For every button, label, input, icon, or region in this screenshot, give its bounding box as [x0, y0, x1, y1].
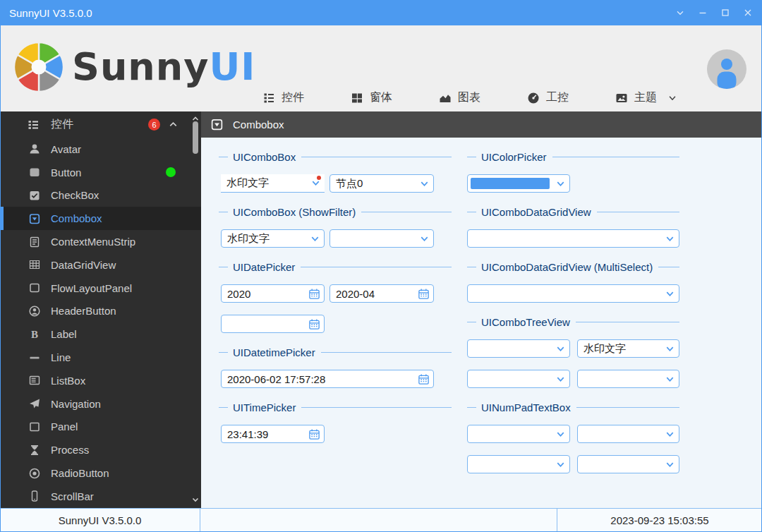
datepicker-empty[interactable]	[221, 315, 325, 333]
chevron-down-icon	[665, 234, 675, 244]
timepicker-input[interactable]	[227, 428, 308, 440]
chevron-down-icon	[419, 234, 430, 244]
scroll-down-icon[interactable]	[191, 494, 200, 507]
page-title: Combobox	[233, 119, 284, 131]
numpad-textbox-1[interactable]	[467, 425, 570, 443]
sidebar-item-contextmenustrip[interactable]: ContextMenuStrip	[0, 230, 201, 253]
sidebar-item-button[interactable]: Button	[0, 161, 201, 184]
sidebar-item-radiobutton[interactable]: RadioButton	[0, 461, 201, 485]
flow-panel-icon	[28, 282, 41, 294]
combotreeview-dropdown-1[interactable]	[467, 339, 570, 358]
scrollbar-thumb[interactable]	[193, 121, 198, 154]
nav-tab-forms[interactable]: 窗体	[351, 90, 392, 105]
minimize-icon[interactable]	[696, 6, 710, 20]
sidebar-item-scrollbar[interactable]: ScrollBar	[0, 485, 201, 508]
sidebar-item-listbox[interactable]: ListBox	[0, 369, 201, 392]
calendar-icon[interactable]	[308, 288, 320, 300]
status-dot-green	[166, 167, 176, 177]
datepicker-month-input[interactable]	[336, 288, 418, 300]
sidebar-scrollbar[interactable]	[190, 111, 200, 508]
sidebar-item-line[interactable]: Line	[0, 346, 201, 369]
sidebar-item-combobox[interactable]: Combobox	[0, 207, 201, 230]
sidebar-item-navigation[interactable]: Navigation	[0, 392, 201, 416]
sidebar-item-headerbutton[interactable]: HeaderButton	[0, 300, 201, 323]
paper-plane-icon	[28, 397, 41, 410]
sidebar-item-process[interactable]: Process	[0, 438, 201, 461]
combobox-icon	[28, 212, 41, 225]
sidebar-header[interactable]: 控件 6	[0, 111, 201, 138]
sidebar-item-label: Process	[51, 444, 89, 456]
datetimepicker-input[interactable]	[227, 373, 418, 385]
datepicker-year[interactable]	[221, 284, 325, 303]
sidebar: 控件 6 Avatar Button CheckBox Combobox Con…	[0, 111, 201, 508]
window-title: SunnyUI V3.5.0.0	[9, 7, 92, 19]
chevron-down-icon	[555, 374, 566, 385]
combo-placeholder: 水印文字	[583, 342, 665, 356]
checkbox-icon	[28, 189, 41, 202]
calendar-icon[interactable]	[308, 318, 320, 330]
datepicker-month[interactable]	[329, 284, 434, 303]
timepicker[interactable]	[221, 425, 325, 443]
group-title-uinumpadtextbox: UINumPadTextBox	[467, 401, 679, 413]
group-title-showfilter: UIComboBox (ShowFilter)	[219, 205, 452, 218]
nav-label: 工控	[546, 90, 569, 105]
sidebar-item-panel[interactable]: Panel	[0, 416, 201, 439]
showfilter-empty-dropdown[interactable]	[329, 229, 434, 248]
chevron-up-icon[interactable]	[168, 119, 179, 133]
sidebar-item-avatar[interactable]: Avatar	[0, 138, 201, 161]
sidebar-item-label: Label	[51, 328, 77, 340]
datepicker-year-input[interactable]	[227, 288, 308, 300]
group-title-text: UIDatetimePicker	[233, 346, 321, 358]
combotreeview-dropdown-4[interactable]	[577, 370, 679, 388]
numpad-textbox-4[interactable]	[577, 455, 679, 473]
nav-tab-charts[interactable]: 图表	[439, 90, 480, 105]
group-title-text: UIComboTreeView	[481, 316, 576, 328]
sidebar-item-label: CheckBox	[51, 189, 99, 201]
sidebar-item-label: Line	[51, 351, 71, 363]
notify-dot	[317, 176, 321, 180]
sidebar-item-label: HeaderButton	[51, 305, 116, 317]
chevron-down-icon	[555, 344, 566, 354]
sidebar-item-label-demo[interactable]: B Label	[0, 322, 201, 346]
showfilter-watermark-dropdown[interactable]: 水印文字	[221, 229, 325, 248]
user-avatar[interactable]	[707, 49, 746, 92]
chevron-down-icon	[665, 374, 675, 385]
datetimepicker[interactable]	[221, 370, 434, 388]
calendar-icon[interactable]	[308, 428, 320, 440]
titlebar: SunnyUI V3.5.0.0	[0, 0, 762, 25]
group-title-text: UIComboBox	[233, 151, 301, 163]
chevron-down-icon	[555, 459, 566, 470]
nav-tab-controls[interactable]: 控件	[262, 90, 304, 105]
group-title-text: UIComboBox (ShowFilter)	[233, 206, 361, 218]
chevron-down-icon[interactable]	[673, 6, 687, 20]
chevron-down-icon	[555, 429, 566, 440]
sidebar-item-flowlayoutpanel[interactable]: FlowLayoutPanel	[0, 277, 201, 300]
chevron-down-icon	[667, 93, 677, 103]
colorpicker-dropdown[interactable]	[467, 174, 570, 193]
calendar-icon[interactable]	[418, 373, 430, 385]
maximize-icon[interactable]	[718, 6, 732, 20]
datepicker-empty-input[interactable]	[227, 318, 308, 330]
combodatagridview-multiselect-dropdown[interactable]	[467, 284, 679, 303]
nav-tab-industrial[interactable]: 工控	[527, 90, 569, 105]
header-button-icon	[28, 305, 41, 318]
sidebar-item-label: ListBox	[51, 375, 85, 387]
uicombobox-node-dropdown[interactable]: 节点0	[329, 174, 434, 193]
chevron-down-icon	[665, 429, 675, 440]
calendar-icon[interactable]	[418, 288, 430, 300]
uicombobox-watermark-dropdown[interactable]: 水印文字	[221, 174, 325, 193]
chevron-down-icon	[665, 459, 675, 470]
combotreeview-watermark-dropdown[interactable]: 水印文字	[577, 339, 679, 358]
numpad-textbox-2[interactable]	[577, 425, 679, 443]
nav-tab-theme[interactable]: 主题	[615, 90, 677, 105]
brand-ui: UI	[209, 44, 255, 89]
sidebar-item-checkbox[interactable]: CheckBox	[0, 184, 201, 207]
sidebar-item-datagridview[interactable]: DataGridView	[0, 253, 201, 277]
combotreeview-dropdown-3[interactable]	[467, 370, 570, 388]
brand-sunny: Sunny	[72, 44, 209, 89]
color-swatch	[471, 178, 550, 189]
list-icon	[262, 92, 275, 104]
close-icon[interactable]	[741, 6, 755, 20]
combodatagridview-dropdown[interactable]	[467, 229, 679, 248]
numpad-textbox-3[interactable]	[467, 455, 570, 473]
